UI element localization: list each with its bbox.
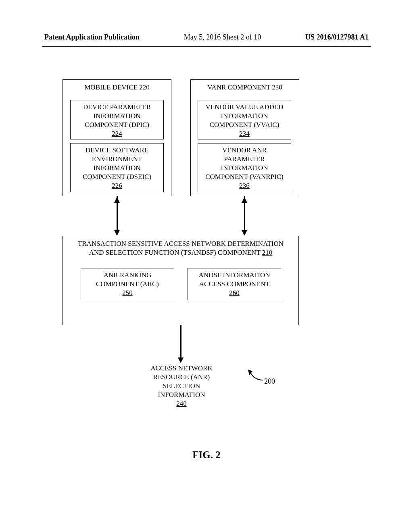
header-left: Patent Application Publication	[44, 33, 140, 42]
mobile-device-title: MOBILE DEVICE 220	[84, 83, 149, 92]
arc-box: ANR RANKING COMPONENT (ARC) 250	[81, 268, 174, 300]
arrow-vanr-to-tsandsf-up	[242, 197, 247, 203]
arrow-vanr-to-tsandsf-down	[242, 230, 247, 236]
system-ref-label: 200	[264, 377, 275, 386]
output-text: ACCESS NETWORK RESOURCE (ANR) SELECTION …	[121, 364, 242, 408]
header-right: US 2016/0127981 A1	[305, 33, 369, 42]
arrow-md-to-tsandsf-down	[114, 230, 120, 236]
figure-caption: FIG. 2	[0, 449, 413, 461]
vanrpic-box: VENDOR ANR PARAMETER INFORMATION COMPONE…	[198, 143, 291, 192]
andsf-box: ANDSF INFORMATION ACCESS COMPONENT 260	[188, 268, 281, 300]
dpic-box: DEVICE PARAMETER INFORMATION COMPONENT (…	[70, 100, 164, 139]
arrow-md-to-tsandsf-up	[114, 197, 120, 203]
header-center: May 5, 2016 Sheet 2 of 10	[184, 33, 261, 42]
header-divider	[42, 46, 371, 47]
arrow-tsandsf-to-output-line	[180, 325, 181, 358]
arrow-tsandsf-to-output-down	[178, 357, 184, 363]
vanr-component-title: VANR COMPONENT 230	[207, 83, 282, 92]
dseic-box: DEVICE SOFTWARE ENVIRONMENT INFORMATION …	[70, 143, 164, 192]
vvaic-box: VENDOR VALUE ADDED INFORMATION COMPONENT…	[198, 100, 291, 139]
page-header: Patent Application Publication May 5, 20…	[0, 0, 413, 46]
